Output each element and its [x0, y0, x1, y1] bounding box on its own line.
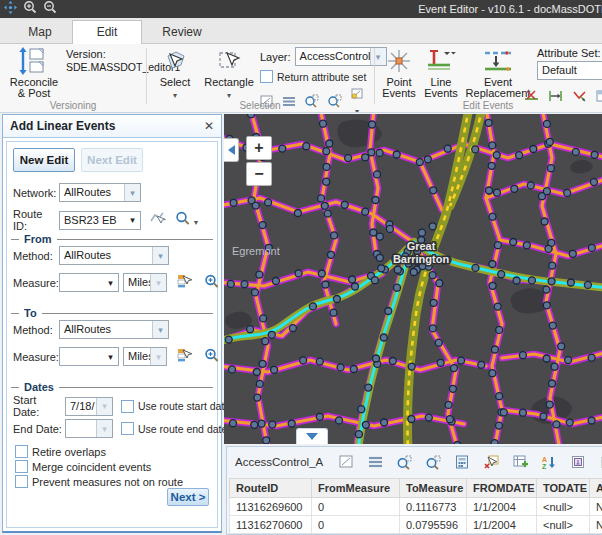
cell-fromdate: 1/1/2004 [467, 516, 537, 534]
tab-map[interactable]: Map [10, 21, 70, 44]
event-point [451, 365, 458, 372]
to-unit-dropdown[interactable]: Miles [123, 347, 167, 366]
return-attribute-set-label: Return attribute set [277, 71, 366, 83]
tab-edit[interactable]: Edit [72, 20, 142, 44]
event-point [393, 151, 400, 158]
to-pick-measure-icon[interactable] [177, 348, 192, 366]
pan-to-selected-icon[interactable] [425, 454, 441, 470]
map-zoom-in-button[interactable]: + [246, 136, 272, 160]
network-dropdown-arrow[interactable] [124, 184, 140, 201]
collapse-table-button[interactable] [296, 428, 328, 444]
merge-version-icon[interactable] [66, 112, 81, 113]
prevent-measures-checkbox[interactable] [15, 475, 28, 488]
merge-coincident-events-checkbox[interactable] [15, 460, 28, 473]
to-unit-value: Miles [124, 348, 150, 365]
from-method-dropdown[interactable]: AllRoutes [59, 246, 169, 265]
select-route-on-map-icon[interactable] [150, 211, 166, 229]
table-row[interactable]: 11316269600 0 0.1116773 1/1/2004 <null> … [230, 498, 602, 516]
zoom-to-route-icon[interactable] [175, 211, 190, 229]
from-method-label: Method: [13, 250, 59, 262]
selection-list-icon[interactable] [367, 454, 383, 470]
table-row[interactable]: 11316270600 0 0.0795596 1/1/2004 <null> … [230, 516, 602, 534]
event-point [376, 254, 383, 261]
zoom-to-selected-icon[interactable] [396, 454, 412, 470]
select-shape-icon[interactable] [338, 454, 354, 470]
end-date-field[interactable] [65, 419, 113, 438]
zoom-in-icon[interactable] [23, 0, 37, 18]
new-version-icon[interactable] [87, 112, 101, 113]
event-point [394, 266, 401, 273]
next-button[interactable]: Next > [167, 488, 209, 506]
to-measure-combo-arrow[interactable] [103, 348, 118, 365]
return-attribute-set-checkbox[interactable] [260, 70, 273, 83]
rectangle-button[interactable]: Rectangle [202, 46, 256, 100]
event-point [444, 145, 451, 152]
event-point [256, 271, 263, 278]
from-method-dropdown-arrow[interactable] [152, 247, 168, 264]
cell-routeid: 11316270600 [230, 516, 312, 534]
add-to-table-icon[interactable] [512, 454, 528, 470]
event-point [230, 199, 237, 206]
clear-selection-icon[interactable] [483, 454, 499, 470]
label-great: Great [407, 240, 436, 252]
map-view[interactable]: Egremont Great Barrington + − [224, 114, 602, 444]
rectangle-dropdown-caret[interactable] [227, 88, 231, 100]
to-zoom-measure-icon[interactable] [204, 348, 219, 366]
layer-value: AccessControl_A [296, 48, 370, 65]
from-measure-combo[interactable] [59, 273, 119, 292]
from-measure-combo-arrow[interactable] [103, 274, 118, 291]
retire-overlaps-checkbox[interactable] [15, 445, 28, 458]
new-edit-button[interactable]: New Edit [13, 148, 75, 172]
event-point [429, 272, 436, 279]
close-panel-icon[interactable] [204, 119, 214, 133]
collapse-panel-button[interactable] [224, 138, 239, 162]
network-dropdown[interactable]: AllRoutes [59, 183, 141, 202]
attribute-set-dropdown[interactable]: Default [537, 61, 602, 80]
start-date-field[interactable]: 7/18/ [65, 397, 113, 416]
pan-icon[interactable] [4, 0, 17, 18]
sort-icon[interactable]: AZ [541, 454, 557, 470]
to-unit-dropdown-arrow[interactable] [150, 348, 166, 365]
event-point [541, 218, 548, 225]
route-id-combo-arrow[interactable] [125, 212, 140, 229]
attribute-set-window-icon[interactable] [570, 454, 586, 470]
col-frommeasure[interactable]: FromMeasure [312, 479, 400, 498]
line-events-button[interactable]: Line Events [421, 46, 461, 99]
end-date-dropdown-arrow[interactable] [96, 420, 112, 437]
event-replacement-button[interactable]: Event Replacement [463, 46, 533, 99]
tab-review[interactable]: Review [146, 21, 218, 44]
start-date-dropdown-arrow[interactable] [96, 398, 112, 415]
to-method-dropdown-arrow[interactable] [152, 321, 168, 338]
from-unit-dropdown[interactable]: Miles [123, 273, 167, 292]
col-routeid[interactable]: RouteID [230, 479, 312, 498]
select-dropdown-caret[interactable] [173, 88, 177, 100]
point-events-button[interactable]: Point Events [380, 46, 418, 99]
event-point [516, 152, 523, 159]
col-accesscontrol[interactable]: AC [590, 479, 602, 498]
event-point [373, 355, 380, 362]
merge-coincident-events-label: Merge coincident events [32, 461, 151, 473]
use-route-start-date-checkbox[interactable] [121, 400, 134, 413]
from-pick-measure-icon[interactable] [177, 274, 192, 292]
event-point [543, 302, 550, 309]
next-edit-button[interactable]: Next Edit [81, 148, 143, 172]
from-zoom-measure-icon[interactable] [204, 274, 219, 292]
col-todate[interactable]: TODATE [537, 479, 590, 498]
to-method-dropdown[interactable]: AllRoutes [59, 320, 169, 339]
from-unit-dropdown-arrow[interactable] [150, 274, 166, 291]
use-route-end-date-label: Use route end date [138, 423, 227, 435]
zoom-to-route-caret[interactable] [194, 211, 198, 229]
col-fromdate[interactable]: FROMDATE [467, 479, 537, 498]
route-id-combo[interactable]: BSR23 EB [59, 211, 141, 230]
field-calculator-icon[interactable] [454, 454, 470, 470]
layer-dropdown[interactable]: AccessControl_A [295, 47, 387, 66]
select-button[interactable]: Select [152, 46, 198, 100]
event-point [318, 195, 325, 202]
event-point [256, 380, 263, 387]
map-zoom-out-button[interactable]: − [246, 162, 272, 186]
col-tomeasure[interactable]: ToMeasure [400, 479, 467, 498]
use-route-end-date-checkbox[interactable] [121, 422, 134, 435]
reconcile-post-button[interactable]: Reconcile & Post [5, 46, 63, 99]
to-measure-combo[interactable] [59, 347, 119, 366]
zoom-out-icon[interactable] [43, 0, 57, 18]
